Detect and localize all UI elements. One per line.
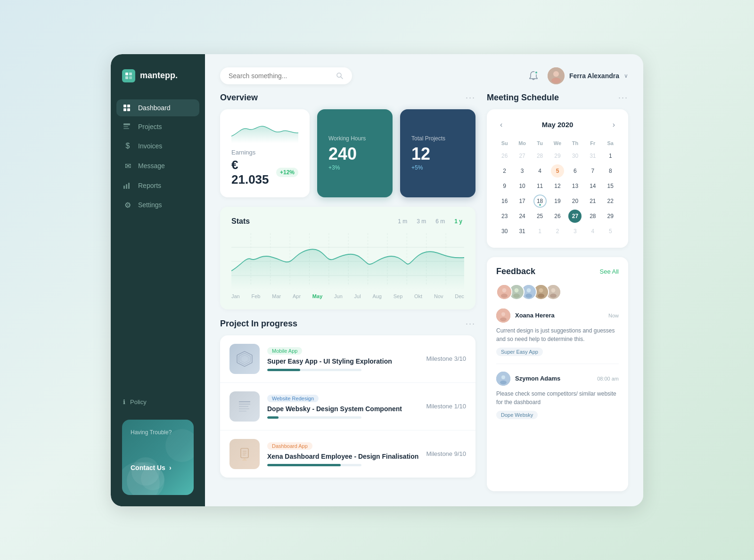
sidebar-item-label: Projects xyxy=(138,123,162,130)
cal-day[interactable]: 2 xyxy=(498,164,511,178)
cal-day[interactable]: 28 xyxy=(586,210,599,223)
cal-day[interactable]: 8 xyxy=(604,164,617,178)
search-input[interactable] xyxy=(229,72,331,80)
cal-day[interactable]: 13 xyxy=(568,179,582,193)
cal-day[interactable]: 9 xyxy=(498,179,511,193)
sidebar-item-dashboard[interactable]: Dashboard xyxy=(116,99,199,116)
feedback-user-avatar xyxy=(496,372,510,386)
cal-day[interactable]: 28 xyxy=(533,149,547,162)
cal-day[interactable]: 5 xyxy=(604,225,617,238)
sidebar-bottom: ℹ Policy Having Trouble? Contact Us › xyxy=(111,386,205,495)
sidebar-item-projects[interactable]: Projects xyxy=(116,118,199,135)
cal-day[interactable]: 1 xyxy=(604,149,617,162)
cal-day[interactable]: 26 xyxy=(498,149,511,162)
trouble-card: Having Trouble? Contact Us › xyxy=(122,420,194,495)
sidebar-item-invoices[interactable]: $ Invoices xyxy=(116,137,199,155)
logo-text: mantepp. xyxy=(140,71,178,81)
project-name: Dope Websky - Design System Component xyxy=(267,405,418,413)
earnings-label: Earnings xyxy=(231,149,298,156)
cal-day[interactable]: 12 xyxy=(551,179,564,193)
cal-day[interactable]: 27 xyxy=(516,149,529,162)
cal-day[interactable]: 3 xyxy=(516,164,529,178)
cal-day-with-dot[interactable]: 18 xyxy=(533,195,547,208)
cal-day[interactable]: 17 xyxy=(516,195,529,208)
month-jul: Jul xyxy=(354,293,361,299)
feedback-avatar xyxy=(496,284,512,300)
cal-day-today[interactable]: 5 xyxy=(551,164,564,178)
projects-more-button[interactable]: ··· xyxy=(466,319,475,329)
cal-day[interactable]: 23 xyxy=(498,210,511,223)
main-content: Ferra Alexandra ∨ Overview ··· xyxy=(205,54,643,506)
sidebar-item-label: Reports xyxy=(138,182,161,189)
sidebar-item-label: Settings xyxy=(138,201,162,209)
cal-header-th: Th xyxy=(567,138,583,148)
message-icon: ✉ xyxy=(123,162,132,170)
feedback-item: Szymon Adams 08:00 am Please check some … xyxy=(496,372,619,419)
calendar-next-button[interactable]: › xyxy=(609,119,619,131)
projects-header: Project In progress ··· xyxy=(220,319,475,329)
sidebar-item-policy[interactable]: ℹ Policy xyxy=(116,394,199,410)
cal-day[interactable]: 31 xyxy=(586,149,599,162)
project-name: Super Easy App - UI Styling Exploration xyxy=(267,357,418,365)
month-okt: Okt xyxy=(414,293,422,299)
project-tag: Mobile App xyxy=(267,347,302,355)
month-jan: Jan xyxy=(231,293,240,299)
filter-3m[interactable]: 3 m xyxy=(415,217,428,226)
cal-day[interactable]: 11 xyxy=(533,179,547,193)
cal-day[interactable]: 14 xyxy=(586,179,599,193)
cal-day[interactable]: 22 xyxy=(604,195,617,208)
svg-point-62 xyxy=(500,317,507,321)
cal-day[interactable]: 24 xyxy=(516,210,529,223)
cal-day[interactable]: 10 xyxy=(516,179,529,193)
cal-day[interactable]: 30 xyxy=(498,225,511,238)
cal-day[interactable]: 29 xyxy=(551,149,564,162)
reports-icon xyxy=(123,182,132,189)
sidebar-item-message[interactable]: ✉ Message xyxy=(116,157,199,175)
cal-day[interactable]: 21 xyxy=(586,195,599,208)
meeting-more-button[interactable]: ··· xyxy=(618,93,628,103)
cal-day[interactable]: 20 xyxy=(568,195,582,208)
project-progress-bar xyxy=(267,369,361,371)
cal-day[interactable]: 29 xyxy=(604,210,617,223)
svg-point-56 xyxy=(538,293,544,298)
month-dec: Dec xyxy=(455,293,464,299)
cal-day[interactable]: 16 xyxy=(498,195,511,208)
user-profile[interactable]: Ferra Alexandra ∨ xyxy=(548,67,628,84)
svg-marker-35 xyxy=(241,355,248,363)
sidebar-item-reports[interactable]: Reports xyxy=(116,177,199,194)
svg-rect-9 xyxy=(123,126,128,127)
cal-day[interactable]: 4 xyxy=(586,225,599,238)
cal-day[interactable]: 15 xyxy=(604,179,617,193)
cal-day[interactable]: 30 xyxy=(568,149,582,162)
content-area: Overview ··· xyxy=(205,93,643,506)
cal-day[interactable]: 26 xyxy=(551,210,564,223)
cal-header-su: Su xyxy=(496,138,513,148)
filter-6m[interactable]: 6 m xyxy=(434,217,447,226)
svg-marker-33 xyxy=(237,351,252,366)
cal-day-selected[interactable]: 27 xyxy=(568,210,582,223)
cal-day[interactable]: 1 xyxy=(533,225,547,238)
cal-day[interactable]: 7 xyxy=(586,164,599,178)
filter-1m[interactable]: 1 m xyxy=(396,217,409,226)
cal-header-sa: Sa xyxy=(602,138,619,148)
cal-day[interactable]: 19 xyxy=(551,195,564,208)
svg-point-59 xyxy=(550,293,557,298)
overview-more-button[interactable]: ··· xyxy=(466,93,475,103)
cal-day[interactable]: 3 xyxy=(568,225,582,238)
sidebar-item-settings[interactable]: ⚙ Settings xyxy=(116,196,199,214)
cal-day[interactable]: 31 xyxy=(516,225,529,238)
calendar-prev-button[interactable]: ‹ xyxy=(496,119,506,131)
cal-day[interactable]: 6 xyxy=(568,164,582,178)
overview-section: Overview ··· xyxy=(220,93,475,197)
filter-1y[interactable]: 1 y xyxy=(452,217,464,226)
total-projects-value: 12 xyxy=(411,146,464,162)
notification-button[interactable] xyxy=(529,71,538,81)
cal-day[interactable]: 25 xyxy=(533,210,547,223)
search-icon xyxy=(336,72,344,80)
project-tag: Dashboard App xyxy=(267,442,312,450)
cal-day[interactable]: 4 xyxy=(533,164,547,178)
working-hours-card: Working Hours 240 +3% xyxy=(317,109,393,197)
see-all-button[interactable]: See All xyxy=(600,268,619,275)
feedback-section: Feedback See All xyxy=(487,257,628,491)
cal-day[interactable]: 2 xyxy=(551,225,564,238)
